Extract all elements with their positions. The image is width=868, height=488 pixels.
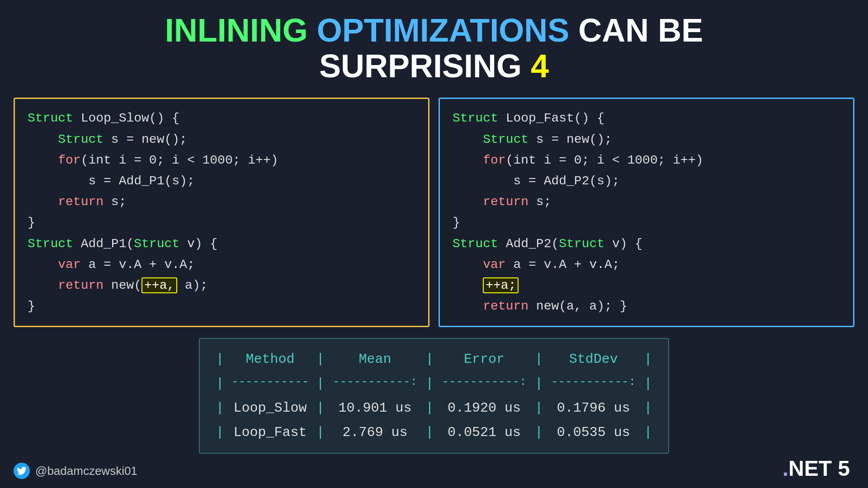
row1-method: Loop_Slow: [226, 396, 314, 420]
code-section: Struct Loop_Slow() { Struct s = new(); f…: [0, 98, 868, 327]
row2-error: 0.0521 us: [436, 420, 533, 445]
code-slow-content: Struct Loop_Slow() { Struct s = new(); f…: [28, 108, 415, 317]
row1-error: 0.1920 us: [436, 396, 533, 420]
code-panel-slow: Struct Loop_Slow() { Struct s = new(); f…: [14, 98, 429, 327]
row2-mean: 2.769 us: [327, 420, 423, 445]
title-number: 4: [531, 48, 549, 84]
twitter-icon: [14, 463, 30, 479]
pipe: |: [642, 347, 655, 371]
table-row: | Loop_Fast | 2.769 us | 0.0521 us | 0.0…: [213, 420, 655, 445]
benchmark-table: | Method | Mean | Error | StdDev | | ---…: [199, 338, 669, 454]
header-mean: Mean: [327, 347, 423, 371]
row2-stddev: 0.0535 us: [545, 420, 642, 445]
table-section: | Method | Mean | Error | StdDev | | ---…: [0, 338, 868, 454]
code-panel-fast: Struct Loop_Fast() { Struct s = new(); f…: [439, 98, 854, 327]
title-inlining: INLINING: [165, 12, 308, 48]
table-header-row: | Method | Mean | Error | StdDev |: [213, 347, 655, 371]
header-method: Method: [226, 347, 314, 371]
title-line2: SURPRISING 4: [18, 48, 850, 84]
title-section: INLINING OPTIMIZATIONS CAN BE SURPRISING…: [0, 0, 868, 93]
title-optimizations: OPTIMIZATIONS: [317, 12, 570, 48]
code-fast-content: Struct Loop_Fast() { Struct s = new(); f…: [453, 108, 840, 317]
footer: @badamczewski01: [14, 463, 137, 479]
header-stddev: StdDev: [545, 347, 642, 371]
pipe: |: [423, 347, 436, 371]
table-separator-row: | ----------- | -----------: | ---------…: [213, 371, 655, 396]
header-error: Error: [436, 347, 533, 371]
net-badge: .NET 5: [783, 456, 850, 481]
pipe: |: [532, 347, 545, 371]
twitter-handle: @badamczewski01: [35, 464, 137, 478]
title-surprising: SURPRISING: [319, 48, 522, 84]
title-line1: INLINING OPTIMIZATIONS CAN BE: [18, 13, 850, 48]
pipe: |: [314, 347, 327, 371]
row1-mean: 10.901 us: [327, 396, 423, 420]
title-can-be: CAN BE: [578, 12, 703, 48]
table-row: | Loop_Slow | 10.901 us | 0.1920 us | 0.…: [213, 396, 655, 420]
row1-stddev: 0.1796 us: [545, 396, 642, 420]
pipe: |: [213, 347, 226, 371]
row2-method: Loop_Fast: [226, 420, 314, 445]
